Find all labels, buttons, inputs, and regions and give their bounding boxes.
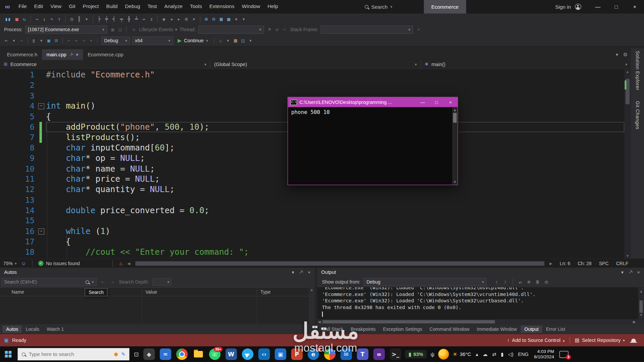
menu-project[interactable]: Project [79, 0, 103, 13]
battery-icon[interactable]: ▮ [501, 351, 503, 357]
navigate-back-icon[interactable]: ← [3, 37, 10, 45]
lifecycle-events-button[interactable]: ◇ Lifecycle Events ▾ [131, 25, 177, 34]
glyph-margin[interactable] [37, 184, 46, 195]
panel-tab-autos[interactable]: Autos [2, 325, 22, 333]
notifications-bell-icon[interactable] [631, 339, 636, 342]
close-icon[interactable]: × [637, 269, 640, 275]
bookmark-next-icon[interactable]: ▸ [176, 15, 182, 23]
search-depth-dropdown[interactable]: ▾ [152, 278, 171, 286]
code-line[interactable]: 17 { [0, 237, 624, 247]
glyph-margin[interactable] [37, 153, 46, 164]
editor-vertical-scrollbar[interactable]: ▲ ▼ [624, 69, 631, 259]
language-indicator[interactable]: ENG [518, 351, 529, 357]
align-bottom-icon[interactable]: ┷ [133, 15, 140, 23]
clear-all-icon[interactable]: ⊘ [526, 278, 532, 286]
find-next-message-icon[interactable]: ↧ [502, 278, 508, 286]
glyph-margin[interactable] [37, 195, 46, 205]
toolbar-overflow-icon[interactable]: ▾ [240, 15, 247, 23]
glyph-margin[interactable] [37, 226, 46, 237]
autos-scrollbar[interactable]: ▲ [309, 287, 315, 324]
doc-tab-ecommerce-cpp[interactable]: Ecommerce.cpp [83, 49, 128, 60]
continue-button[interactable]: ▶ Continue ▾ [175, 38, 210, 44]
panel-tab-exception-settings[interactable]: Exception Settings [379, 325, 426, 333]
show-next-statement-icon[interactable]: → [34, 15, 40, 23]
pin-icon[interactable]: ⊤ [627, 269, 634, 276]
task-view-icon[interactable]: ⊡ [134, 351, 139, 358]
restart-icon[interactable]: ↻ [21, 15, 28, 23]
column-header-value[interactable]: Value [142, 289, 257, 294]
spaces-indicator[interactable]: SPC [599, 261, 609, 266]
chrome-icon[interactable] [176, 349, 187, 360]
panel-tab-command-window[interactable]: Command Window [426, 325, 473, 333]
autos-grid-body[interactable]: ▲ [0, 296, 315, 324]
panel-tab-call-stack[interactable]: Call Stack [318, 325, 347, 333]
scrollbar-thumb[interactable] [136, 261, 544, 265]
new-file-icon[interactable]: ▯ [31, 37, 37, 45]
console-scrollbar[interactable]: ▲ ▼ [452, 107, 458, 185]
glyph-margin[interactable] [37, 164, 46, 174]
add-to-source-control-button[interactable]: ↑ Add to Source Control ▴ [507, 338, 565, 343]
solution-platform-dropdown[interactable]: x64 ▾ [132, 37, 173, 45]
glyph-margin[interactable] [37, 122, 46, 132]
code-line[interactable]: 16 while (1) [0, 226, 624, 237]
bookmark-menu-icon[interactable]: ▾ [191, 15, 197, 23]
output-source-dropdown[interactable]: Debug ▾ [364, 278, 487, 286]
output-panel-header[interactable]: Output ▾ ⊤ × [317, 267, 644, 277]
bookmark-prev-icon[interactable]: ◂ [168, 15, 175, 23]
document-health-indicator[interactable]: ✓ No issues found [38, 261, 80, 266]
scroll-up-icon[interactable]: ▲ [638, 288, 644, 295]
bookmark-toggle-icon[interactable]: ◈ [161, 15, 167, 23]
process-dropdown[interactable]: [10872] Ecommerce.exe ▾ [25, 25, 107, 34]
window-position-icon[interactable]: ▾ [621, 269, 624, 275]
glyph-margin[interactable] [37, 70, 46, 80]
save-icon[interactable]: ▣ [46, 37, 52, 45]
add-item-folder-icon[interactable]: ▤ [232, 37, 239, 45]
line-indicator[interactable]: Ln: 6 [560, 261, 570, 266]
scroll-down-icon[interactable]: ▼ [452, 180, 458, 184]
profiler-menu-icon[interactable]: ▾ [225, 37, 231, 45]
close-icon[interactable]: × [76, 52, 79, 57]
menu-debug[interactable]: Debug [121, 0, 144, 13]
doc-tab-main-cpp[interactable]: main.cpp⊤× [42, 49, 83, 60]
save-all-icon[interactable]: ⊡ [53, 37, 59, 45]
cut-thread-icon[interactable]: ✂ [281, 25, 288, 34]
project-dropdown[interactable]: ⊞ Ecommerce ▾ [0, 60, 210, 69]
step-into-icon[interactable]: ↓ [41, 15, 48, 23]
scroll-right-icon[interactable]: ▶ [633, 320, 636, 324]
code-line[interactable]: 18 //cout << "Enter your command: "; [0, 247, 624, 257]
tab-solution-explorer[interactable]: Solution Explorer [635, 51, 640, 90]
glyph-margin[interactable] [37, 216, 46, 226]
solution-window-icon[interactable]: ◫ [240, 37, 246, 45]
grid-icon[interactable]: ▩ [226, 15, 232, 23]
panel-tab-watch-1[interactable]: Watch 1 [43, 325, 67, 333]
panel-tab-output[interactable]: Output [521, 325, 542, 333]
glyph-margin[interactable] [37, 101, 46, 111]
glyph-margin[interactable] [37, 90, 46, 101]
glyph-margin[interactable] [37, 112, 46, 122]
menu-edit[interactable]: Edit [31, 0, 47, 13]
account-icon[interactable] [575, 4, 581, 10]
bookmark-list-icon[interactable]: ≡ [183, 15, 190, 23]
menu-file[interactable]: File [15, 0, 31, 13]
tray-expand-icon[interactable]: ▴ [476, 351, 478, 357]
battery-widget[interactable]: ▮ 93% [405, 350, 427, 358]
glyph-margin[interactable] [37, 257, 46, 259]
doc-tab-ecommerce-h[interactable]: Ecommerce.h [2, 49, 42, 60]
onedrive-cloud-icon[interactable]: ☁ [483, 351, 488, 357]
undo-icon[interactable]: ↶ [65, 37, 72, 45]
table-icon[interactable]: ▦ [218, 15, 224, 23]
close-button[interactable]: × [626, 0, 644, 13]
scroll-down-icon[interactable]: ▼ [624, 254, 631, 258]
memory-view-icon[interactable]: ◫ [117, 25, 123, 34]
menu-window[interactable]: Window [238, 0, 264, 13]
console-maximize-button[interactable]: □ [430, 97, 444, 107]
menu-analyze[interactable]: Analyze [161, 0, 186, 13]
word-icon[interactable]: W [225, 349, 237, 360]
scrollbar-thumb[interactable] [453, 113, 457, 123]
vscode-icon[interactable]: ‹› [258, 349, 270, 360]
select-repository-button[interactable]: ▤ Select Repository ▾ [575, 338, 625, 343]
align-middle-icon[interactable]: ╂ [126, 15, 132, 23]
switch-thread-icon[interactable]: ⇄ [274, 25, 280, 34]
glyph-margin[interactable] [37, 132, 46, 143]
minimize-button[interactable]: — [589, 0, 607, 13]
